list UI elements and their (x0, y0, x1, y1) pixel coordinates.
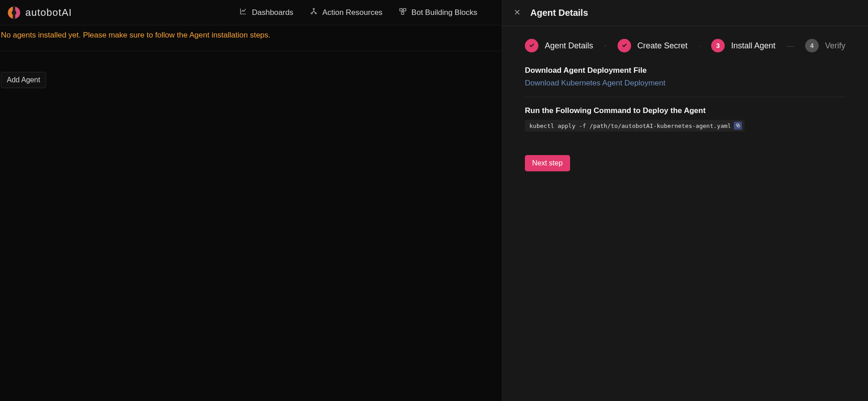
step-label: Create Secret (637, 41, 688, 51)
nav-action-resources[interactable]: Action Resources (310, 7, 382, 18)
nodes-icon (310, 7, 318, 18)
step-badge-done (618, 39, 631, 52)
check-icon (621, 42, 627, 50)
step-install-agent[interactable]: 3 Install Agent (711, 39, 775, 52)
nav-label: Action Resources (322, 8, 382, 17)
copy-command-button[interactable] (734, 122, 742, 130)
svg-point-3 (311, 13, 312, 14)
add-agent-button[interactable]: Add Agent (1, 72, 46, 88)
copy-icon (736, 122, 741, 130)
svg-rect-7 (401, 12, 404, 14)
step-verify[interactable]: 4 Verify (805, 39, 845, 52)
step-badge-pending: 4 (805, 39, 819, 52)
step-separator: — (785, 41, 795, 51)
panel-divider (525, 97, 845, 97)
nav-label: Bot Building Blocks (411, 8, 477, 17)
step-label: Verify (825, 41, 845, 51)
primary-nav: Dashboards Action Resources Bot Building… (239, 7, 477, 18)
deploy-command-block: kubectl apply -f /path/to/autobotAI-kube… (525, 120, 745, 132)
step-label: Agent Details (545, 41, 593, 51)
deploy-command-text: kubectl apply -f /path/to/autobotAI-kube… (529, 123, 731, 129)
step-badge-active: 3 (711, 39, 725, 52)
check-icon (528, 42, 535, 50)
svg-rect-6 (404, 9, 406, 11)
step-label: Install Agent (731, 41, 775, 51)
step-agent-details[interactable]: Agent Details (525, 39, 593, 52)
svg-point-2 (313, 8, 314, 9)
panel-body: Agent Details - Create Secret · 3 Instal… (502, 26, 868, 171)
panel-header: Agent Details (502, 0, 868, 26)
next-step-button[interactable]: Next step (525, 155, 570, 171)
step-create-secret[interactable]: Create Secret (618, 39, 688, 52)
step-badge-done (525, 39, 538, 52)
agent-details-panel: Agent Details Agent Details - Create Sec… (502, 0, 868, 401)
svg-rect-1 (13, 5, 15, 19)
chart-line-icon (239, 7, 247, 18)
brand-logo[interactable]: autobotAI (5, 5, 72, 20)
nav-bot-building-blocks[interactable]: Bot Building Blocks (399, 7, 477, 18)
blocks-icon (399, 7, 407, 18)
download-deployment-link[interactable]: Download Kubernetes Agent Deployment (525, 79, 665, 88)
brand-name: autobotAI (25, 7, 72, 19)
stepper: Agent Details - Create Secret · 3 Instal… (525, 39, 845, 52)
step-separator: · (697, 41, 701, 51)
panel-title: Agent Details (530, 8, 588, 18)
nav-dashboards[interactable]: Dashboards (239, 7, 293, 18)
nav-label: Dashboards (252, 8, 293, 17)
svg-point-4 (315, 13, 316, 14)
close-panel-button[interactable] (512, 8, 522, 18)
brand-mark-icon (6, 5, 22, 20)
download-heading: Download Agent Deployment File (525, 66, 845, 75)
step-separator: - (603, 41, 608, 51)
close-icon (514, 9, 521, 18)
svg-rect-5 (400, 9, 402, 11)
run-command-heading: Run the Following Command to Deploy the … (525, 106, 845, 115)
